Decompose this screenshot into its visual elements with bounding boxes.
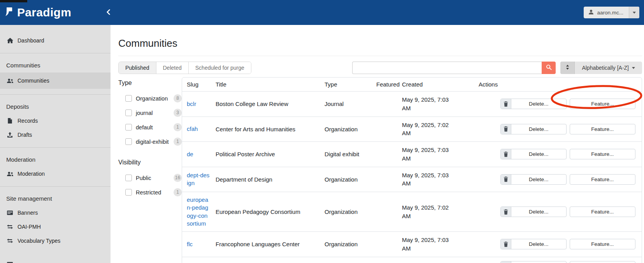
search-input[interactable] — [352, 62, 542, 74]
cell-created: May 9, 2025, 7:03 AM — [402, 95, 457, 113]
filter-option-public[interactable]: Public 16 — [125, 171, 182, 185]
sidebar-item-label: Records — [18, 118, 38, 124]
slug-link[interactable]: de — [187, 150, 193, 158]
checkbox-restricted[interactable] — [125, 189, 132, 196]
feature-button[interactable]: Feature... — [570, 149, 636, 159]
sidebar-item-banners[interactable]: Banners — [0, 206, 111, 220]
filter-option-organization[interactable]: Organization 8 — [125, 91, 182, 106]
checkbox-organization[interactable] — [125, 95, 132, 102]
cell-type: Digital exhibit — [320, 142, 372, 167]
count-badge: 1 — [174, 138, 182, 146]
sidebar-item-dashboard[interactable]: Dashboard — [0, 34, 111, 48]
slug-link[interactable]: cfah — [187, 125, 198, 133]
cell-title: European Pedagogy Consortium — [211, 192, 320, 232]
page-title: Communities — [118, 37, 642, 49]
title-divider — [118, 56, 642, 56]
slug-link[interactable]: flc — [187, 240, 193, 248]
filter-option-restricted[interactable]: Restricted 1 — [125, 185, 182, 199]
search-button[interactable] — [542, 62, 556, 74]
feature-button[interactable]: Feature... — [570, 239, 636, 249]
count-badge: 3 — [174, 109, 182, 117]
table-row: jot Journal of Testing Journal Oct 3, 20… — [182, 257, 642, 263]
cell-title: Political Poster Archive — [211, 142, 320, 167]
count-badge: 16 — [174, 174, 182, 182]
cell-created: May 9, 2025, 7:03 AM — [402, 236, 457, 253]
trash-icon — [501, 175, 511, 184]
cell-type: Journal — [320, 257, 372, 263]
feature-button[interactable]: Feature... — [570, 99, 636, 109]
sidebar-section-communities: Communities — [0, 57, 111, 72]
filter-option-digital-exhibit[interactable]: digital-exhibit 1 — [125, 134, 182, 149]
delete-button[interactable]: Delete... — [500, 99, 567, 109]
app-header: Paradigm aaron.mc... — [0, 0, 644, 25]
table-row: bclr Boston College Law Review Journal M… — [182, 92, 642, 117]
checkbox-public[interactable] — [125, 175, 132, 181]
delete-button[interactable]: Delete... — [500, 207, 567, 217]
delete-button[interactable]: Delete... — [500, 149, 567, 159]
feature-button[interactable]: Feature... — [570, 174, 636, 185]
trash-icon — [501, 239, 511, 249]
trash-icon — [501, 207, 511, 217]
cell-featured — [372, 257, 397, 263]
cell-type: Organization — [320, 116, 372, 142]
sidebar-item-drafts[interactable]: Drafts — [0, 128, 111, 142]
cell-type: Journal — [320, 92, 372, 117]
upload-icon — [6, 132, 14, 138]
trash-icon — [501, 261, 511, 263]
feature-button[interactable]: Feature... — [570, 207, 636, 217]
slug-link[interactable]: dept-design — [187, 171, 210, 187]
delete-button[interactable]: Delete... — [500, 261, 567, 263]
cell-title: Journal of Testing — [211, 257, 320, 263]
cell-featured — [372, 192, 397, 232]
tab-scheduled-for-purge[interactable]: Scheduled for purge — [188, 62, 251, 74]
filter-option-journal[interactable]: journal 3 — [125, 106, 182, 120]
communities-table: Slug Title Type Featured Created Actions… — [182, 77, 642, 263]
feature-button[interactable]: Feature... — [570, 124, 636, 134]
filter-title-visibility: Visibility — [118, 159, 182, 166]
filter-option-default[interactable]: default 1 — [125, 120, 182, 134]
delete-button[interactable]: Delete... — [500, 174, 567, 185]
cell-type: Organization — [320, 192, 372, 232]
count-badge: 1 — [174, 123, 182, 131]
cell-featured — [372, 92, 397, 117]
caret-down-icon — [633, 12, 636, 14]
sidebar-item-oai-pmh[interactable]: OAI-PMH — [0, 220, 111, 234]
col-header-slug: Slug — [182, 78, 211, 92]
table-row: dept-design Department of Design Organiz… — [182, 167, 642, 192]
col-header-title: Title — [211, 78, 320, 92]
checkbox-default[interactable] — [125, 124, 132, 131]
checkbox-journal[interactable] — [125, 109, 132, 116]
cell-featured — [372, 167, 397, 192]
sidebar-item-communities[interactable]: Communities — [0, 72, 111, 89]
table-header-row: Slug Title Type Featured Created Actions — [182, 78, 642, 92]
cell-title: Boston College Law Review — [211, 92, 320, 117]
sidebar-collapse-button[interactable] — [104, 8, 113, 17]
cell-created: May 9, 2025, 7:03 AM — [402, 171, 457, 188]
user-menu-caret[interactable] — [629, 7, 639, 18]
exchange-icon — [6, 224, 14, 229]
sort-order-label: Alphabetically [A-Z] — [582, 65, 629, 71]
table-row: cfah Center for Arts and Humanities Orga… — [182, 116, 642, 142]
cell-created: May 9, 2025, 7:03 AM — [402, 146, 457, 163]
table-row: flc Francophone Languages Center Organiz… — [182, 232, 642, 257]
slug-link[interactable]: european-pedagogy-consortium — [187, 196, 210, 228]
sort-direction-button[interactable] — [560, 62, 574, 74]
tab-deleted[interactable]: Deleted — [156, 62, 188, 74]
delete-button[interactable]: Delete... — [500, 124, 567, 134]
feature-button[interactable]: Feature... — [570, 261, 636, 263]
checkbox-digital-exhibit[interactable] — [125, 138, 132, 145]
col-header-type: Type — [320, 78, 372, 92]
delete-button[interactable]: Delete... — [500, 239, 567, 249]
col-header-actions: Actions — [474, 78, 642, 92]
sidebar-item-moderation[interactable]: Moderation — [0, 167, 111, 181]
sort-order-dropdown[interactable]: Alphabetically [A-Z] — [574, 62, 642, 74]
col-header-created: Created — [397, 78, 474, 92]
sidebar-item-records[interactable]: Records — [0, 114, 111, 128]
user-menu[interactable]: aaron.mc... — [584, 7, 639, 18]
slug-link[interactable]: bclr — [187, 100, 196, 108]
tab-published[interactable]: Published — [119, 62, 156, 74]
sidebar-item-truncated[interactable] — [0, 257, 111, 263]
cell-created: May 9, 2025, 7:02 AM — [402, 203, 457, 221]
sidebar-item-vocabulary-types[interactable]: Vocabulary Types — [0, 234, 111, 248]
cell-featured — [372, 142, 397, 167]
